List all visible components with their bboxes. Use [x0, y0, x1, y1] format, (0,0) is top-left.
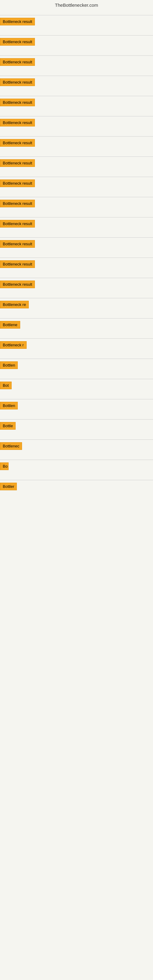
bottleneck-badge[interactable]: Bottleneck re: [0, 301, 29, 309]
bottleneck-item: Bottlenec: [0, 436, 153, 456]
divider: [0, 237, 153, 238]
divider: [0, 318, 153, 318]
bottleneck-badge[interactable]: Bottleneck result: [0, 180, 35, 187]
divider: [0, 96, 153, 96]
bottleneck-item: Bottlen: [0, 395, 153, 415]
bottleneck-item: Bottleneck result: [0, 133, 153, 153]
bottleneck-item: Bottleneck result: [0, 32, 153, 52]
bottleneck-badge[interactable]: Bottle: [0, 422, 16, 430]
divider: [0, 136, 153, 137]
site-header: TheBottlenecker.com: [0, 0, 153, 11]
divider: [0, 15, 153, 15]
bottleneck-badge[interactable]: Bottleneck result: [0, 18, 35, 25]
divider: [0, 156, 153, 157]
bottleneck-badge[interactable]: Bottleneck result: [0, 139, 35, 147]
bottleneck-item: Bottleneck re: [0, 294, 153, 315]
bottleneck-item: Bottlen: [0, 355, 153, 375]
bottleneck-badge[interactable]: Bottleneck result: [0, 280, 35, 288]
divider: [0, 379, 153, 379]
bottleneck-item: Bottle: [0, 415, 153, 436]
bottleneck-item: Bottler: [0, 476, 153, 496]
items-container: Bottleneck resultBottleneck resultBottle…: [0, 11, 153, 496]
bottleneck-badge[interactable]: Bottlen: [0, 361, 18, 369]
bottleneck-badge[interactable]: Bottleneck result: [0, 200, 35, 207]
bottleneck-item: Bottleneck result: [0, 72, 153, 92]
divider: [0, 439, 153, 440]
bottleneck-badge[interactable]: Bot: [0, 382, 12, 389]
divider: [0, 116, 153, 116]
bottleneck-item: Bottleneck result: [0, 234, 153, 254]
bottleneck-badge[interactable]: Bottlene: [0, 321, 20, 329]
bottleneck-item: Bottleneck result: [0, 92, 153, 112]
divider: [0, 399, 153, 399]
bottleneck-item: Bottleneck result: [0, 11, 153, 32]
bottleneck-badge[interactable]: Bottleneck result: [0, 58, 35, 66]
divider: [0, 177, 153, 177]
bottleneck-badge[interactable]: Bottleneck result: [0, 240, 35, 248]
divider: [0, 480, 153, 480]
bottleneck-badge[interactable]: Bottleneck result: [0, 119, 35, 126]
bottleneck-badge[interactable]: Bottleneck result: [0, 78, 35, 86]
bottleneck-item: Bottleneck result: [0, 254, 153, 274]
bottleneck-badge[interactable]: Bottleneck result: [0, 99, 35, 106]
bottleneck-badge[interactable]: Bottleneck result: [0, 260, 35, 268]
bottleneck-item: Bot: [0, 375, 153, 395]
bottleneck-badge[interactable]: Bottlenec: [0, 442, 22, 450]
bottleneck-item: Bottleneck result: [0, 213, 153, 234]
divider: [0, 298, 153, 298]
bottleneck-badge[interactable]: Bo: [0, 463, 9, 470]
bottleneck-item: Bottleneck result: [0, 193, 153, 213]
bottleneck-badge[interactable]: Bottleneck result: [0, 220, 35, 228]
divider: [0, 460, 153, 460]
divider: [0, 419, 153, 420]
divider: [0, 56, 153, 56]
divider: [0, 217, 153, 218]
divider: [0, 258, 153, 258]
bottleneck-item: Bottlene: [0, 315, 153, 335]
divider: [0, 76, 153, 76]
bottleneck-item: Bottleneck r: [0, 335, 153, 355]
bottleneck-item: Bottleneck result: [0, 173, 153, 193]
bottleneck-item: Bottleneck result: [0, 112, 153, 133]
bottleneck-item: Bottleneck result: [0, 274, 153, 294]
bottleneck-badge[interactable]: Bottleneck result: [0, 38, 35, 46]
bottleneck-item: Bottleneck result: [0, 153, 153, 173]
site-title: TheBottlenecker.com: [0, 0, 153, 11]
bottleneck-badge[interactable]: Bottler: [0, 483, 17, 490]
bottleneck-badge[interactable]: Bottleneck r: [0, 341, 27, 349]
divider: [0, 278, 153, 278]
bottleneck-item: Bottleneck result: [0, 52, 153, 72]
bottleneck-item: Bo: [0, 456, 153, 476]
bottleneck-badge[interactable]: Bottleneck result: [0, 159, 35, 167]
bottleneck-badge[interactable]: Bottlen: [0, 402, 18, 409]
